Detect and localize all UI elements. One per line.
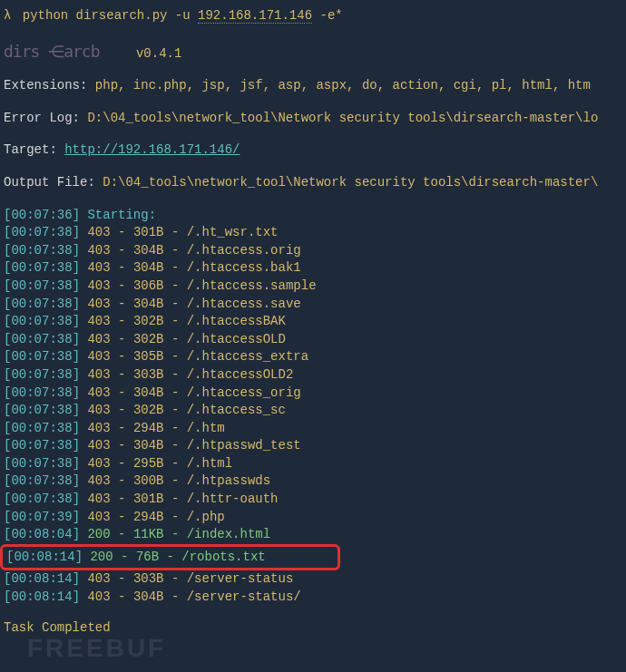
result-status: 403: [87, 278, 110, 293]
result-row: [00:07:38] 403 - 305B - /.htaccess_extra: [4, 348, 622, 366]
result-row: [00:08:04] 200 - 11KB - /index.html: [4, 526, 622, 544]
result-row: [00:07:38] 403 - 303B - /.htaccessOLD2: [4, 366, 622, 385]
outputfile-line: Output File: D:\04_tools\network_tool\Ne…: [4, 174, 622, 192]
extensions-line: Extensions: php, inc.php, jsp, jsf, asp,…: [4, 77, 622, 95]
result-path: /.php: [187, 510, 225, 524]
starting-ts: 00:07:36: [11, 208, 72, 222]
result-status: 403: [87, 403, 110, 417]
result-ts: 00:07:38: [11, 243, 72, 258]
result-size: 303B: [133, 367, 164, 382]
result-ts: 00:07:38: [11, 473, 72, 488]
results-block: [00:07:36] Starting: [00:07:38] 403 - 30…: [4, 207, 622, 607]
result-path: /.htaccessBAK: [187, 314, 286, 328]
result-path: /.httr-oauth: [187, 492, 279, 506]
extensions-value: php, inc.php, jsp, jsf, asp, aspx, do, a…: [95, 78, 591, 93]
result-row: [00:07:38] 403 - 302B - /.htaccessBAK: [4, 313, 622, 331]
result-row: [00:07:38] 403 - 300B - /.htpasswds: [4, 472, 622, 491]
result-size: 304B: [133, 589, 164, 604]
result-ts: 00:07:38: [11, 403, 72, 417]
errorlog-label: Error Log:: [4, 111, 80, 125]
result-ts: 00:07:38: [11, 438, 72, 453]
result-row: [00:07:38] 403 - 302B - /.htaccess_sc: [4, 402, 622, 420]
result-row: [00:07:38] 403 - 304B - /.htaccess_orig: [4, 385, 622, 403]
result-row: [00:08:14] 403 - 304B - /server-status/: [4, 589, 622, 607]
result-status: 403: [87, 225, 110, 239]
command-url: 192.168.171.146: [198, 8, 312, 24]
result-size: 301B: [133, 225, 164, 239]
command-suffix: -e*: [312, 8, 343, 23]
result-path: /.htpasswd_test: [187, 438, 301, 453]
outputfile-value: D:\04_tools\network_tool\Network securit…: [103, 175, 598, 190]
result-status: 403: [87, 332, 110, 346]
target-line: Target: http://192.168.171.146/: [4, 141, 622, 160]
errorlog-line: Error Log: D:\04_tools\network_tool\Netw…: [4, 110, 622, 128]
result-path: /robots.txt: [181, 550, 265, 564]
result-row: [00:07:38] 403 - 304B - /.htaccess.save: [4, 296, 622, 314]
result-row: [00:08:14] 403 - 303B - /server-status: [4, 570, 622, 589]
result-size: 302B: [133, 314, 164, 328]
result-row: [00:07:38] 403 - 301B - /.ht_wsr.txt: [4, 224, 622, 242]
errorlog-value: D:\04_tools\network_tool\Network securit…: [87, 111, 598, 125]
result-status: 403: [87, 473, 110, 488]
result-row: [00:07:38] 403 - 301B - /.httr-oauth: [4, 491, 622, 509]
result-path: /.htaccess_extra: [187, 349, 308, 364]
result-ts: 00:08:04: [11, 527, 72, 541]
highlighted-result: [00:08:14] 200 - 76B - /robots.txt: [0, 544, 340, 571]
result-path: /.htaccessOLD2: [187, 367, 294, 382]
result-row: [00:07:38] 403 - 295B - /.html: [4, 455, 622, 473]
result-ts: 00:08:14: [11, 571, 72, 586]
result-ts: 00:07:38: [11, 297, 72, 311]
result-path: /.html: [187, 456, 232, 471]
result-size: 294B: [133, 421, 164, 435]
result-ts: 00:07:38: [11, 314, 72, 328]
result-size: 304B: [133, 385, 164, 400]
result-size: 304B: [133, 297, 164, 311]
result-ts: 00:07:38: [11, 225, 72, 239]
result-ts: 00:07:38: [11, 456, 72, 471]
result-ts: 00:07:38: [11, 421, 72, 435]
result-size: 304B: [133, 260, 164, 275]
version-label: v0.4.1: [136, 46, 181, 61]
result-status: 403: [87, 492, 110, 506]
result-ts: 00:08:14: [14, 550, 74, 564]
result-status: 403: [87, 367, 110, 382]
result-path: /server-status/: [187, 589, 301, 604]
target-value: http://192.168.171.146/: [64, 142, 240, 157]
starting-line: [00:07:36] Starting:: [4, 207, 622, 225]
result-row: [00:07:38] 403 - 304B - /.htaccess.orig: [4, 242, 622, 260]
result-status: 403: [87, 385, 110, 400]
result-status: 403: [87, 438, 110, 453]
result-row: [00:07:38] 403 - 294B - /.htm: [4, 420, 622, 438]
result-size: 76B: [136, 550, 159, 564]
result-ts: 00:07:39: [11, 510, 72, 524]
result-ts: 00:07:38: [11, 385, 72, 400]
result-path: /.htaccess.save: [187, 297, 301, 311]
result-path: /.htaccess_orig: [187, 385, 301, 400]
result-row: [00:08:14] 200 - 76B - /robots.txt: [4, 544, 622, 571]
result-status: 403: [87, 510, 110, 524]
result-size: 294B: [133, 510, 164, 524]
result-size: 305B: [133, 349, 164, 364]
starting-text: Starting:: [87, 208, 156, 222]
target-label: Target:: [4, 142, 57, 157]
result-path: /server-status: [187, 571, 294, 586]
command-prefix: python dirsearch.py -u: [23, 8, 198, 23]
result-ts: 00:07:38: [11, 260, 72, 275]
result-size: 295B: [133, 456, 164, 471]
result-size: 11KB: [133, 527, 164, 541]
result-status: 403: [87, 456, 110, 471]
result-status: 403: [87, 314, 110, 328]
prompt-symbol: λ: [4, 8, 11, 23]
result-path: /.htaccess.orig: [187, 243, 301, 258]
terminal-output: λ python dirsearch.py -u 192.168.171.146…: [4, 7, 622, 637]
result-size: 304B: [133, 438, 164, 453]
result-status: 403: [87, 297, 110, 311]
result-row: [00:07:38] 403 - 306B - /.htaccess.sampl…: [4, 278, 622, 296]
task-completed: Task Completed: [4, 619, 622, 638]
result-ts: 00:07:38: [11, 492, 72, 506]
result-size: 300B: [133, 473, 164, 488]
result-row: [00:07:38] 403 - 302B - /.htaccessOLD: [4, 331, 622, 349]
result-size: 301B: [133, 492, 164, 506]
result-path: /.htaccess.sample: [187, 278, 317, 293]
outputfile-label: Output File:: [4, 175, 95, 190]
